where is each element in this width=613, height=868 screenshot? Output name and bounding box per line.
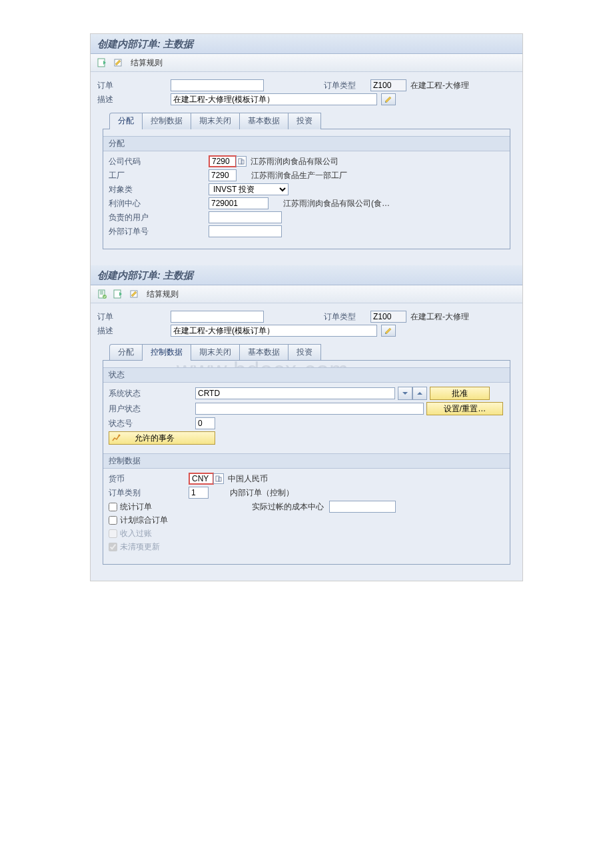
app-toolbar: 结算规则 bbox=[91, 54, 522, 72]
user-status-label: 用户状态 bbox=[109, 403, 195, 415]
company-code-label: 公司代码 bbox=[109, 156, 209, 167]
responsible-user-label: 负责的用户 bbox=[109, 212, 209, 223]
group-status: 状态 bbox=[103, 367, 510, 383]
order-label: 订单 bbox=[97, 80, 171, 91]
external-order-input[interactable] bbox=[209, 225, 282, 237]
set-reset-button[interactable]: 设置/重置… bbox=[426, 402, 503, 415]
tab-general-data[interactable]: 基本数据 bbox=[239, 113, 289, 129]
profit-center-label: 利润中心 bbox=[109, 198, 209, 209]
svg-point-5 bbox=[103, 295, 107, 299]
edit-icon[interactable] bbox=[112, 57, 124, 69]
description-input[interactable] bbox=[171, 325, 377, 337]
order-type-text: 在建工程-大修理 bbox=[410, 80, 469, 91]
group-control-data: 控制数据 bbox=[103, 453, 510, 469]
allowed-transactions-label: 允许的事务 bbox=[135, 433, 175, 444]
tab-period-end[interactable]: 期末关闭 bbox=[191, 344, 240, 361]
svg-point-8 bbox=[119, 435, 121, 437]
plan-integrated-checkbox[interactable] bbox=[109, 516, 117, 525]
plant-input[interactable] bbox=[209, 169, 237, 181]
object-class-select[interactable]: INVST 投资 bbox=[209, 183, 289, 195]
tab-assignment-content: 分配 公司代码 江苏雨润肉食品有限公司 工厂 bbox=[103, 129, 510, 249]
order-category-label: 订单类别 bbox=[109, 487, 189, 499]
status-number-input[interactable] bbox=[195, 417, 215, 429]
profit-center-input[interactable] bbox=[209, 197, 269, 209]
order-type-label: 订单类型 bbox=[324, 80, 370, 91]
order-input[interactable] bbox=[171, 311, 264, 323]
tabstrip: 分配 控制数据 期末关闭 基本数据 投资 bbox=[97, 112, 516, 129]
currency-label: 货币 bbox=[109, 473, 189, 485]
order-label: 订单 bbox=[97, 311, 171, 323]
statistical-order-label: 统计订单 bbox=[120, 501, 152, 513]
statistical-order-checkbox[interactable] bbox=[109, 503, 117, 511]
tab-control-data[interactable]: 控制数据 bbox=[142, 113, 191, 129]
screen-create-order-1: 创建内部订单: 主数据 结算规则 订单 订单类型 在建工程-大修理 bbox=[91, 34, 522, 265]
plant-label: 工厂 bbox=[109, 170, 209, 181]
order-type-input[interactable] bbox=[370, 79, 406, 91]
currency-input[interactable] bbox=[189, 473, 214, 485]
tab-control-content: www.bdocx.com 状态 系统状态 批准 用户状态 bbox=[103, 360, 510, 565]
description-label: 描述 bbox=[97, 325, 171, 337]
status-collapse-button[interactable] bbox=[412, 387, 427, 400]
settlement-rule-button[interactable]: 结算规则 bbox=[147, 289, 179, 300]
header-form: 订单 订单类型 在建工程-大修理 描述 分配 控制数据 bbox=[91, 72, 522, 265]
save-icon[interactable] bbox=[96, 288, 108, 300]
description-longtext-button[interactable] bbox=[381, 325, 396, 337]
plan-integrated-label: 计划综合订单 bbox=[120, 515, 168, 526]
tab-investments[interactable]: 投资 bbox=[288, 113, 321, 129]
actual-cost-center-label: 实际过帐的成本中心 bbox=[252, 501, 324, 513]
responsible-user-input[interactable] bbox=[209, 211, 282, 223]
status-expand-button[interactable] bbox=[398, 387, 412, 400]
tab-control-data[interactable]: 控制数据 bbox=[142, 344, 191, 361]
copy-reference-icon[interactable] bbox=[96, 57, 108, 69]
external-order-label: 外部订单号 bbox=[109, 226, 209, 237]
tab-assignment[interactable]: 分配 bbox=[109, 113, 143, 129]
app-toolbar: 结算规则 bbox=[91, 285, 522, 303]
copy-reference-icon[interactable] bbox=[112, 288, 124, 300]
tabstrip: 分配 控制数据 期末关闭 基本数据 投资 bbox=[97, 343, 516, 360]
description-longtext-button[interactable] bbox=[381, 93, 396, 105]
tab-assignment[interactable]: 分配 bbox=[109, 344, 143, 361]
company-code-f4-icon[interactable] bbox=[236, 156, 247, 167]
allowed-transactions-button[interactable]: 允许的事务 bbox=[109, 431, 215, 445]
tab-period-end[interactable]: 期末关闭 bbox=[191, 113, 240, 129]
screen-create-order-2: 创建内部订单: 主数据 结算规则 订单 订单类型 bbox=[91, 265, 522, 581]
open-item-checkbox bbox=[109, 543, 117, 551]
description-input[interactable] bbox=[171, 93, 377, 105]
system-status-label: 系统状态 bbox=[109, 388, 195, 399]
description-label: 描述 bbox=[97, 94, 171, 105]
tab-investments[interactable]: 投资 bbox=[288, 344, 321, 361]
page-title: 创建内部订单: 主数据 bbox=[91, 34, 522, 54]
settlement-rule-button[interactable]: 结算规则 bbox=[131, 57, 163, 69]
user-status-input[interactable] bbox=[195, 403, 424, 415]
group-assignment: 分配 bbox=[103, 136, 510, 151]
header-form: 订单 订单类型 在建工程-大修理 描述 分配 控制数据 bbox=[91, 303, 522, 581]
approve-button[interactable]: 批准 bbox=[430, 387, 490, 400]
order-category-text: 内部订单（控制） bbox=[230, 487, 294, 499]
revenue-posting-label: 收入过账 bbox=[120, 528, 152, 539]
currency-f4-icon[interactable] bbox=[213, 473, 224, 484]
tab-general-data[interactable]: 基本数据 bbox=[239, 344, 289, 361]
company-code-input[interactable] bbox=[209, 155, 237, 167]
open-item-label: 未清项更新 bbox=[120, 541, 160, 553]
company-code-text: 江苏雨润肉食品有限公司 bbox=[251, 156, 338, 167]
order-type-text: 在建工程-大修理 bbox=[410, 311, 469, 323]
order-category-input[interactable] bbox=[189, 487, 209, 499]
actual-cost-center-input[interactable] bbox=[329, 501, 396, 513]
currency-text: 中国人民币 bbox=[228, 473, 268, 485]
status-number-label: 状态号 bbox=[109, 418, 195, 429]
order-type-input[interactable] bbox=[370, 311, 406, 323]
plant-text: 江苏雨润食品生产一部工厂 bbox=[251, 170, 347, 181]
revenue-posting-checkbox bbox=[109, 529, 117, 538]
order-type-label: 订单类型 bbox=[324, 311, 370, 323]
system-status-input[interactable] bbox=[195, 387, 395, 399]
object-class-label: 对象类 bbox=[109, 184, 209, 195]
profit-center-text: 江苏雨润肉食品有限公司(食… bbox=[283, 198, 390, 209]
edit-icon[interactable] bbox=[128, 288, 140, 300]
page-title: 创建内部订单: 主数据 bbox=[91, 265, 522, 285]
order-input[interactable] bbox=[171, 79, 264, 91]
